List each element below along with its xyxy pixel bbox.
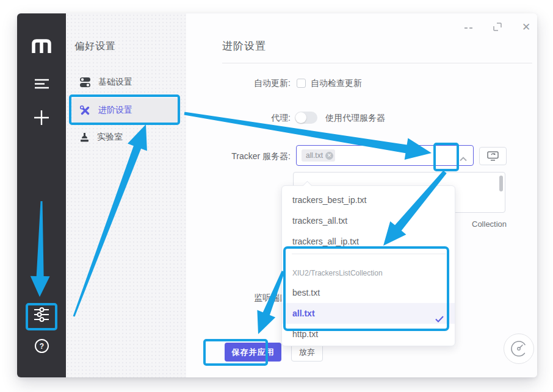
listen-port-label: 监听端口: xyxy=(217,293,291,304)
help-icon[interactable]: ? xyxy=(17,338,66,354)
screenshot-stage: ? 偏好设置 基础设置 xyxy=(0,0,553,392)
tag-remove-icon[interactable]: ✕ xyxy=(325,152,333,160)
task-list-icon[interactable] xyxy=(17,79,66,89)
tracker-tag: all.txt ✕ xyxy=(302,149,335,162)
auto-update-label: 自动更新: xyxy=(217,78,291,89)
dropdown-item[interactable]: best.txt xyxy=(282,282,455,303)
svg-text:?: ? xyxy=(39,342,43,351)
tracker-server-input[interactable]: all.txt ✕ xyxy=(296,145,474,166)
sync-tracker-list-button[interactable] xyxy=(479,147,507,165)
proxy-label: 代理: xyxy=(217,113,291,124)
proxy-toggle-label: 使用代理服务器 xyxy=(325,113,385,124)
preferences-sliders-icon[interactable] xyxy=(17,307,66,322)
dropdown-item[interactable]: trackers_best_ip.txt xyxy=(282,190,455,210)
dropdown-item[interactable]: trackers_all.txt xyxy=(282,210,455,231)
auto-update-checkbox[interactable] xyxy=(297,79,306,88)
preferences-title: 偏好设置 xyxy=(74,40,116,53)
tools-icon xyxy=(80,105,90,116)
chevron-up-icon[interactable] xyxy=(460,153,467,164)
sidebar-item-label: 实验室 xyxy=(97,132,123,143)
app-window: ? 偏好设置 基础设置 xyxy=(17,13,537,377)
page-title: 进阶设置 xyxy=(222,39,266,53)
motrix-logo-icon xyxy=(17,38,66,54)
dropdown-item[interactable]: trackers_all_ip.txt xyxy=(282,231,455,252)
stamp-icon xyxy=(80,132,89,143)
auto-update-checkbox-label: 自动检查更新 xyxy=(311,78,362,89)
proxy-toggle[interactable] xyxy=(295,112,317,124)
dropdown-divider xyxy=(292,254,446,254)
preferences-panel: 偏好设置 基础设置 进阶设置 xyxy=(66,13,186,377)
save-and-apply-button[interactable]: 保存并应用 xyxy=(225,343,281,362)
sidebar-item-lab[interactable]: 实验室 xyxy=(72,125,181,149)
speed-gauge-button[interactable] xyxy=(504,333,534,364)
tracker-label: Tracker 服务器: xyxy=(217,151,291,162)
speedometer-icon xyxy=(509,339,529,358)
dropdown-item-selected[interactable]: all.txt xyxy=(282,303,455,324)
sidebar-item-label: 进阶设置 xyxy=(98,105,132,116)
dropdown-group-label: XIU2/TrackersListCollection xyxy=(292,269,383,277)
maximize-button[interactable] xyxy=(489,18,506,35)
textarea-scrollbar[interactable] xyxy=(499,176,503,191)
divider xyxy=(222,63,532,63)
sidebar-item-advanced-settings[interactable]: 进阶设置 xyxy=(72,98,181,123)
minimize-button[interactable] xyxy=(460,20,477,37)
sidebar-item-basic-settings[interactable]: 基础设置 xyxy=(72,70,181,94)
dropdown-item[interactable]: http.txt xyxy=(282,324,455,344)
add-task-icon[interactable] xyxy=(17,110,66,126)
close-button[interactable]: ✕ xyxy=(518,18,535,35)
nav-rail: ? xyxy=(17,13,66,377)
sidebar-item-label: 基础设置 xyxy=(98,77,132,88)
tracker-dropdown: trackers_best_ip.txt trackers_all.txt tr… xyxy=(281,185,455,346)
sync-screen-icon xyxy=(487,151,499,161)
toggles-icon xyxy=(80,77,90,87)
trackerslist-link-fragment[interactable]: Collection xyxy=(472,219,510,229)
